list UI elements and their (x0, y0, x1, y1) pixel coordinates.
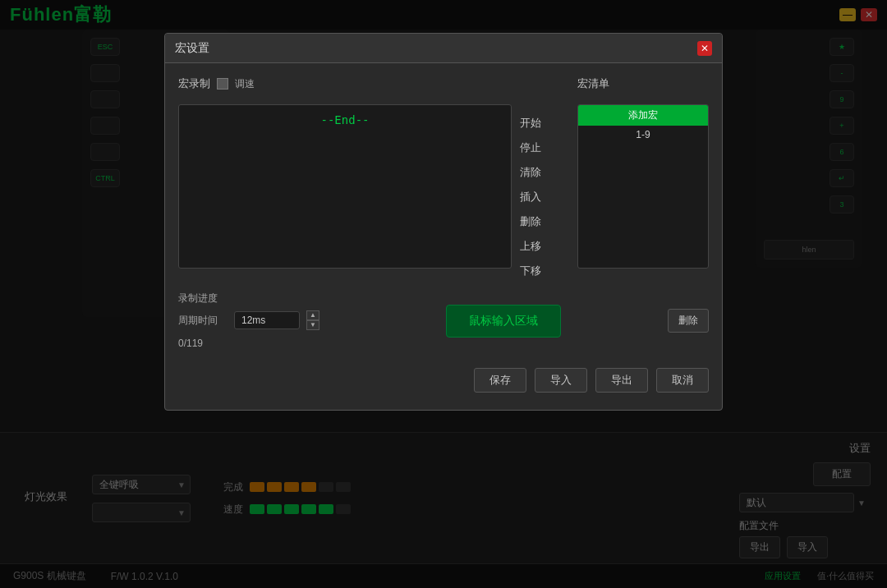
count-text: 0/119 (178, 338, 203, 349)
bottom-controls: 录制进度 周期时间 ▲ ▼ 0/119 (178, 292, 709, 350)
modal-overlay: 宏设置 ✕ 宏录制 调速 宏清单 (0, 0, 887, 588)
spinner-controls: ▲ ▼ (306, 310, 319, 330)
macro-list-display: 添加宏 1-9 (577, 104, 709, 269)
record-section-title: 宏录制 (178, 76, 210, 91)
count-row: 0/119 (178, 335, 430, 350)
spinner-down[interactable]: ▼ (306, 320, 319, 330)
move-up-button[interactable]: 上移 (520, 236, 569, 257)
macro-record-display: --End-- (178, 104, 512, 269)
save-button[interactable]: 保存 (474, 368, 526, 393)
clear-button[interactable]: 清除 (520, 162, 569, 183)
add-macro-header[interactable]: 添加宏 (578, 105, 708, 126)
record-header-area: 宏录制 调速 (178, 76, 485, 98)
period-row: 周期时间 ▲ ▼ (178, 310, 430, 330)
macro-dialog: 宏设置 ✕ 宏录制 调速 宏清单 (164, 33, 723, 411)
list-header-area: 宏清单 (577, 76, 709, 98)
add-macro-label: 添加宏 (628, 109, 658, 121)
delete-button[interactable]: 删除 (668, 309, 709, 333)
macro-list-area-wrapper: 添加宏 1-9 (577, 104, 709, 282)
modal-footer: 保存 导入 导出 取消 (178, 360, 709, 393)
list-section-header: 宏清单 (577, 76, 709, 91)
modal-close-button[interactable]: ✕ (697, 41, 712, 56)
delete-item-button[interactable]: 删除 (520, 211, 569, 232)
import-button[interactable]: 导入 (535, 368, 587, 393)
end-marker: --End-- (320, 113, 369, 126)
start-button[interactable]: 开始 (520, 113, 569, 134)
export-button[interactable]: 导出 (595, 368, 648, 393)
move-down-button[interactable]: 下移 (520, 260, 569, 282)
modal-titlebar: 宏设置 ✕ (165, 34, 722, 63)
modal-title: 宏设置 (175, 41, 209, 56)
record-area: --End-- (178, 104, 512, 282)
period-input[interactable] (234, 311, 300, 329)
progress-label: 录制进度 (178, 292, 227, 305)
section-headers: 宏录制 调速 宏清单 (178, 76, 709, 98)
progress-period-section: 录制进度 周期时间 ▲ ▼ 0/119 (178, 292, 430, 350)
period-label: 周期时间 (178, 314, 227, 328)
stop-button[interactable]: 停止 (520, 137, 569, 158)
cancel-button[interactable]: 取消 (656, 368, 709, 393)
record-progress-row: 录制进度 (178, 292, 430, 305)
mid-controls: 开始 停止 清除 插入 删除 上移 下移 (512, 104, 577, 282)
spacer (499, 76, 564, 98)
spinner-up[interactable]: ▲ (306, 310, 319, 320)
modal-body: 宏录制 调速 宏清单 --End-- (165, 63, 722, 406)
mouse-input-area: 鼠标输入区域 (446, 305, 561, 338)
speed-checkbox[interactable] (217, 78, 228, 90)
list-section-title: 宏清单 (577, 76, 609, 91)
record-section-header: 宏录制 调速 (178, 76, 485, 91)
macro-list-item[interactable]: 1-9 (578, 126, 708, 144)
speed-label: 调速 (235, 77, 255, 91)
mouse-input-button[interactable]: 鼠标输入区域 (446, 305, 561, 338)
main-columns: --End-- 开始 停止 清除 插入 删除 上移 下移 (178, 104, 709, 282)
insert-button[interactable]: 插入 (520, 186, 569, 208)
delete-area: 删除 (577, 309, 709, 333)
